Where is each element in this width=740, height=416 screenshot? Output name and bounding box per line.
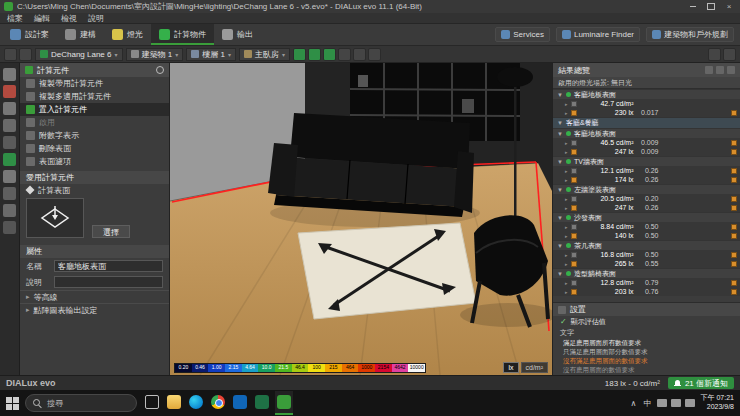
result-value-row[interactable]: ▸12.8 cd/m²0.79	[553, 278, 740, 287]
calc-grid-icon[interactable]	[323, 48, 336, 61]
rotate-tool-icon[interactable]	[3, 102, 16, 115]
close-button[interactable]: ×	[722, 1, 736, 12]
calc-menu-item[interactable]: 置入計算元件	[20, 103, 169, 116]
minimize-button[interactable]	[686, 1, 700, 12]
result-value-row[interactable]: ▸203 lx0.76	[553, 287, 740, 296]
ribbon-right-item[interactable]: 建築物和戶外規劃	[646, 27, 734, 42]
name-input[interactable]	[54, 260, 163, 272]
notifications-button[interactable]: 21 個新通知	[668, 377, 734, 389]
undo-icon[interactable]	[4, 48, 17, 61]
menu-item-1[interactable]: 編輯	[34, 13, 50, 24]
measure-icon[interactable]	[338, 48, 351, 61]
furniture-tool-icon[interactable]	[3, 187, 16, 200]
result-value-row[interactable]: ▸265 lx0.55	[553, 259, 740, 268]
project-dropdown[interactable]: DeChang Lane 6 ▾	[35, 48, 123, 61]
draw-tool-icon[interactable]	[3, 136, 16, 149]
battery-icon[interactable]	[685, 399, 695, 407]
taskbar-search[interactable]: 搜尋	[25, 394, 137, 412]
chrome-taskbar-button[interactable]	[209, 391, 227, 415]
result-value-row[interactable]: ▸46.5 cd/m²0.009	[553, 138, 740, 147]
result-surface-row[interactable]: ▼造型躺椅表面	[553, 268, 740, 278]
menu-item-0[interactable]: 檔案	[7, 13, 23, 24]
view-tool-icon[interactable]	[3, 221, 16, 234]
result-value-row[interactable]: ▸16.8 cd/m²0.50	[553, 250, 740, 259]
chevron-up-icon[interactable]: ∧	[629, 397, 639, 409]
result-value-row[interactable]: ▸247 lx0.26	[553, 203, 740, 212]
calc-menu-item[interactable]: 表面濾項	[20, 155, 169, 168]
ime-icon[interactable]: 中	[643, 397, 653, 409]
calc-point-icon[interactable]	[308, 48, 321, 61]
result-value-row[interactable]: ▸20.5 cd/m²0.20	[553, 194, 740, 203]
result-surface-row[interactable]: ▼客廳地板表面	[553, 128, 740, 138]
result-value-row[interactable]: ▸247 lx0.009	[553, 147, 740, 156]
floor-dropdown[interactable]: 樓層 1 ▾	[186, 48, 236, 61]
gear-icon[interactable]	[156, 66, 164, 74]
calc-object-tool-icon[interactable]	[3, 153, 16, 166]
ribbon-right-item[interactable]: Services	[495, 27, 550, 42]
scale-tool-icon[interactable]	[3, 119, 16, 132]
3d-scene[interactable]	[170, 63, 552, 375]
light-tool-icon[interactable]	[3, 170, 16, 183]
start-button[interactable]	[6, 397, 19, 410]
menu-item-2[interactable]: 檢視	[61, 13, 77, 24]
ribbon-tab[interactable]: 計算物件	[151, 24, 214, 45]
calc-menu-item[interactable]: 刪除表面	[20, 142, 169, 155]
refresh-icon[interactable]	[716, 66, 724, 74]
result-value-row[interactable]: ▸230 lx0.017	[553, 108, 740, 117]
move-tool-icon[interactable]	[3, 85, 16, 98]
show-eval-checkbox[interactable]: ✓ 顯示評估值	[553, 316, 740, 327]
results-header: 結果總覽	[553, 63, 740, 77]
result-value-row[interactable]: ▸12.1 cd/m²0.26	[553, 166, 740, 175]
material-tool-icon[interactable]	[3, 204, 16, 217]
result-surface-row[interactable]: ▼沙發表面	[553, 212, 740, 222]
desc-input[interactable]	[54, 276, 163, 288]
result-group-header[interactable]: ▼客廳&餐廳	[553, 117, 740, 128]
ribbon-tab[interactable]: 設計案	[2, 24, 57, 45]
network-icon[interactable]	[671, 399, 681, 407]
edge-taskbar-button[interactable]	[187, 391, 205, 415]
calc-menu-item[interactable]: 複製帶用計算元件	[20, 77, 169, 90]
result-value-row[interactable]: ▸140 lx0.50	[553, 231, 740, 240]
select-tool-icon[interactable]	[3, 68, 16, 81]
result-surface-row[interactable]: ▼客廳地板表面	[553, 89, 740, 99]
options-icon[interactable]	[727, 66, 735, 74]
taskbar-clock[interactable]: 下午 07:21 2023/9/8	[701, 394, 734, 412]
result-surface-row[interactable]: ▼左牆塗裝表面	[553, 184, 740, 194]
calc-menu-item[interactable]: 複製多適用計算元件	[20, 90, 169, 103]
redo-icon[interactable]	[19, 48, 32, 61]
result-surface-row[interactable]: ▼茶几表面	[553, 240, 740, 250]
building-dropdown[interactable]: 建築物 1 ▾	[126, 48, 184, 61]
help-icon[interactable]	[708, 48, 721, 61]
unit-lx-button[interactable]: lx	[503, 362, 518, 373]
panel-toggle-icon[interactable]	[723, 48, 736, 61]
section-等高線[interactable]: ▸等高線	[20, 290, 169, 303]
outlook-taskbar-button[interactable]	[231, 391, 249, 415]
pin-icon[interactable]	[705, 66, 713, 74]
result-surface-row[interactable]: ▼TV牆表面	[553, 156, 740, 166]
render-view-icon[interactable]	[368, 48, 381, 61]
ribbon-tab[interactable]: 建構	[57, 24, 104, 45]
menu-item-3[interactable]: 說明	[88, 13, 104, 24]
file-explorer-taskbar-button[interactable]	[165, 391, 183, 415]
section-點陣圖表輸出設定[interactable]: ▸點陣圖表輸出設定	[20, 303, 169, 316]
calc-surface-row[interactable]: 計算表面	[20, 184, 169, 196]
dialux-taskbar-button[interactable]	[275, 391, 293, 415]
3d-viewport[interactable]: 0.200.461.002.154.6410.021.546.410021546…	[170, 63, 552, 375]
volume-icon[interactable]	[657, 399, 667, 407]
excel-taskbar-button[interactable]	[253, 391, 271, 415]
calc-menu-item[interactable]: 附數字表示	[20, 129, 169, 142]
task-view-taskbar-button[interactable]	[143, 391, 161, 415]
calc-surface-icon[interactable]	[293, 48, 306, 61]
result-value-row[interactable]: ▸42.7 cd/m²	[553, 99, 740, 108]
maximize-button[interactable]	[704, 1, 718, 12]
result-value-row[interactable]: ▸174 lx0.26	[553, 175, 740, 184]
ribbon-right-item[interactable]: Luminaire Finder	[556, 27, 640, 42]
ribbon-tab[interactable]: 輸出	[214, 24, 261, 45]
room-dropdown[interactable]: 主臥房 ▾	[239, 48, 290, 61]
camera-icon[interactable]	[353, 48, 366, 61]
result-value-row[interactable]: ▸8.84 cd/m²0.50	[553, 222, 740, 231]
select-button[interactable]: 選擇	[92, 225, 130, 238]
unit-cd/m²-button[interactable]: cd/m²	[521, 362, 549, 373]
ribbon-tab[interactable]: 燈光	[104, 24, 151, 45]
calc-surface-thumbnail[interactable]	[26, 198, 84, 238]
